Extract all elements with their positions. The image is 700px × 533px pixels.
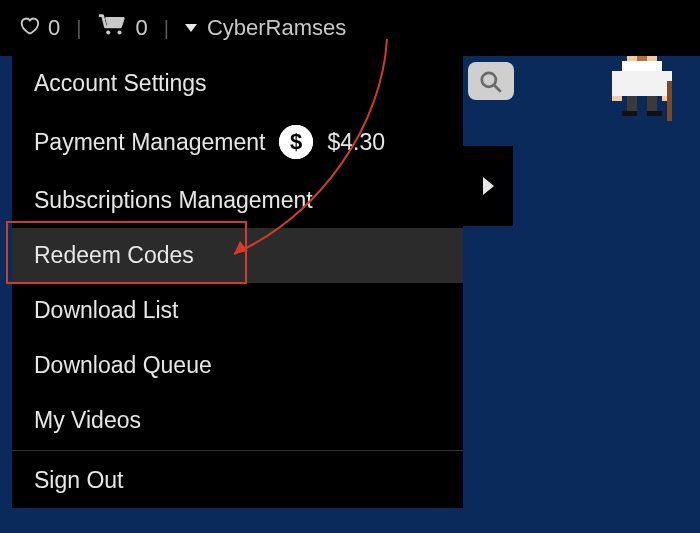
menu-item-label: Payment Management (34, 129, 265, 156)
menu-item-label: Redeem Codes (34, 242, 194, 269)
heart-icon (18, 14, 40, 42)
user-dropdown-menu: Account Settings Payment Management $ $4… (12, 56, 463, 508)
svg-rect-24 (622, 111, 637, 116)
svg-point-0 (107, 30, 111, 34)
menu-item-my-videos[interactable]: My Videos (12, 393, 463, 448)
svg-rect-21 (667, 81, 672, 121)
dollar-icon: $ (279, 125, 313, 159)
menu-item-subscriptions-management[interactable]: Subscriptions Management (12, 173, 463, 228)
cart-icon (97, 13, 127, 43)
menu-item-redeem-codes[interactable]: Redeem Codes (12, 228, 463, 283)
menu-item-label: Download Queue (34, 352, 212, 379)
menu-item-label: My Videos (34, 407, 141, 434)
wishlist-button[interactable]: 0 (18, 14, 60, 42)
page-background (463, 56, 700, 533)
svg-rect-23 (647, 96, 657, 111)
svg-line-5 (494, 85, 501, 92)
username-label: CyberRamses (207, 15, 346, 41)
search-icon (478, 69, 504, 95)
menu-item-label: Subscriptions Management (34, 187, 313, 214)
menu-item-account-settings[interactable]: Account Settings (12, 56, 463, 111)
menu-divider (12, 450, 463, 451)
svg-rect-22 (627, 96, 637, 111)
separator-icon: | (164, 17, 169, 40)
caret-down-icon (185, 24, 197, 32)
cart-button[interactable]: 0 (97, 13, 147, 43)
search-button[interactable] (468, 62, 514, 100)
separator-icon: | (76, 17, 81, 40)
svg-rect-17 (612, 71, 622, 96)
menu-item-sign-out[interactable]: Sign Out (12, 453, 463, 508)
wishlist-count: 0 (48, 15, 60, 41)
svg-rect-14 (622, 61, 662, 71)
svg-point-4 (482, 73, 496, 87)
svg-rect-25 (647, 111, 662, 116)
cart-count: 0 (135, 15, 147, 41)
side-expand-button[interactable] (463, 146, 513, 226)
menu-item-payment-management[interactable]: Payment Management $ $4.30 (12, 111, 463, 173)
balance-amount: $4.30 (327, 129, 385, 156)
menu-item-label: Sign Out (34, 467, 124, 494)
svg-point-1 (118, 30, 122, 34)
menu-item-download-list[interactable]: Download List (12, 283, 463, 338)
svg-rect-16 (622, 71, 662, 96)
svg-rect-19 (612, 96, 622, 101)
menu-item-download-queue[interactable]: Download Queue (12, 338, 463, 393)
top-bar: 0 | 0 | CyberRamses (0, 0, 700, 56)
menu-item-label: Account Settings (34, 70, 207, 97)
svg-rect-13 (637, 56, 647, 61)
svg-text:$: $ (290, 129, 302, 154)
user-menu-toggle[interactable]: CyberRamses (185, 15, 346, 41)
chevron-right-icon (483, 177, 494, 195)
menu-item-label: Download List (34, 297, 178, 324)
